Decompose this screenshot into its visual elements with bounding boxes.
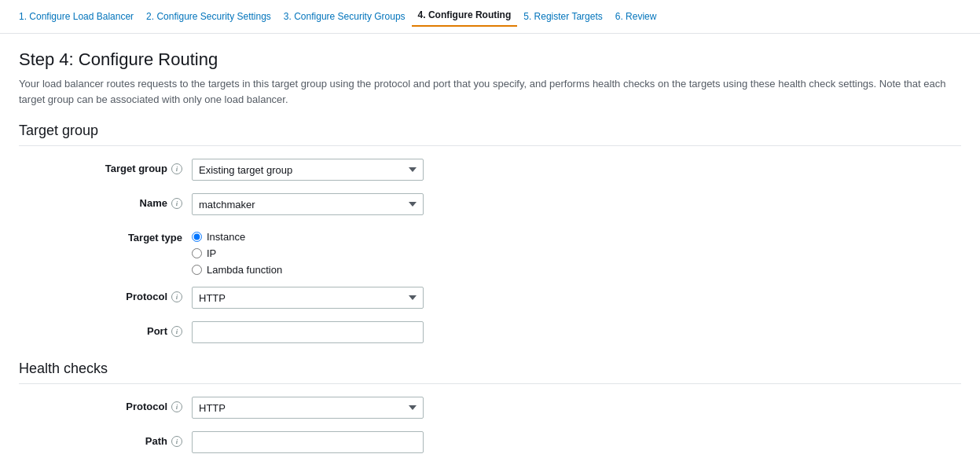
name-row: Name i matchmaker [19,193,961,217]
health-checks-section-header: Health checks [19,361,961,384]
protocol-select[interactable]: HTTP HTTPS [192,287,424,309]
page-description: Your load balancer routes requests to th… [19,76,946,107]
target-type-radio-group: Instance IP Lambda function [192,228,424,276]
page-title: Step 4: Configure Routing [19,49,961,70]
target-type-label: Target type [19,228,192,243]
health-protocol-select[interactable]: HTTP HTTPS [192,397,424,419]
health-protocol-info-icon[interactable]: i [171,401,182,412]
name-label: Name i [19,193,192,209]
target-type-ip-radio[interactable] [192,248,202,258]
health-protocol-label: Protocol i [19,397,192,412]
main-content: Step 4: Configure Routing Your load bala… [0,34,980,454]
health-checks-section: Health checks Protocol i HTTP HTTPS Path… [19,361,961,454]
target-type-control: Instance IP Lambda function [192,228,424,276]
protocol-label: Protocol i [19,287,192,302]
health-path-info-icon[interactable]: i [171,436,182,447]
health-protocol-row: Protocol i HTTP HTTPS [19,397,961,420]
health-path-input[interactable]: /api/health [192,431,424,453]
target-type-instance-option[interactable]: Instance [192,231,424,243]
breadcrumb-step6[interactable]: 6. Review [609,8,663,25]
target-type-row: Target type Instance IP Lambda function [19,228,961,276]
target-group-label: Target group i [19,159,192,174]
target-group-section: Target group Target group i New target g… [19,123,961,345]
health-path-row: Path i /api/health [19,431,961,454]
health-path-label: Path i [19,431,192,447]
target-type-lambda-option[interactable]: Lambda function [192,264,424,276]
health-protocol-control: HTTP HTTPS [192,397,424,419]
target-group-select[interactable]: New target group Existing target group [192,159,424,181]
target-type-instance-radio[interactable] [192,232,202,242]
breadcrumb-step3[interactable]: 3. Configure Security Groups [277,8,412,25]
name-control: matchmaker [192,193,424,215]
breadcrumb-step1[interactable]: 1. Configure Load Balancer [13,8,140,25]
name-select[interactable]: matchmaker [192,193,424,215]
target-group-section-header: Target group [19,123,961,146]
protocol-row: Protocol i HTTP HTTPS [19,287,961,310]
target-group-info-icon[interactable]: i [171,163,182,174]
target-group-row: Target group i New target group Existing… [19,159,961,182]
breadcrumb-nav: 1. Configure Load Balancer 2. Configure … [0,0,980,34]
port-info-icon[interactable]: i [171,326,182,337]
port-row: Port i 8888 [19,321,961,345]
protocol-info-icon[interactable]: i [171,291,182,302]
target-group-control: New target group Existing target group [192,159,424,181]
breadcrumb-step5[interactable]: 5. Register Targets [517,8,609,25]
protocol-control: HTTP HTTPS [192,287,424,309]
port-input[interactable]: 8888 [192,321,424,343]
port-control: 8888 [192,321,424,343]
breadcrumb-step4[interactable]: 4. Configure Routing [412,6,518,27]
health-path-control: /api/health [192,431,424,453]
breadcrumb-step2[interactable]: 2. Configure Security Settings [140,8,277,25]
target-type-ip-option[interactable]: IP [192,247,424,259]
port-label: Port i [19,321,192,337]
name-info-icon[interactable]: i [171,198,182,209]
target-type-lambda-radio[interactable] [192,265,202,275]
